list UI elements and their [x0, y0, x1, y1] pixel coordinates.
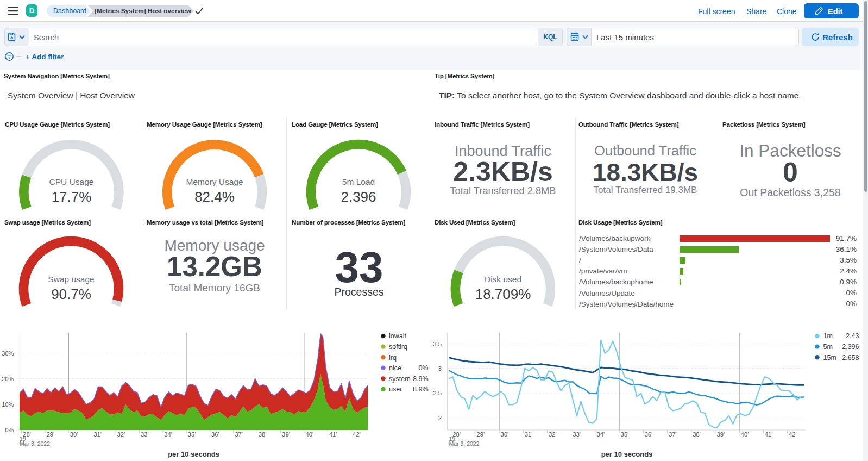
svg-text:nice: nice [389, 364, 401, 372]
svg-text:31': 31' [525, 431, 533, 438]
svg-text:5m: 5m [823, 343, 833, 351]
svg-text:40': 40' [305, 431, 313, 438]
svg-text:per 10 seconds: per 10 seconds [601, 450, 653, 458]
svg-text:36': 36' [645, 431, 653, 438]
svg-text:2.658: 2.658 [842, 354, 859, 362]
svg-text:0%: 0% [5, 427, 14, 433]
svg-text:39': 39' [282, 431, 290, 438]
svg-text:0%: 0% [418, 364, 428, 372]
svg-text:41': 41' [329, 431, 337, 438]
svg-text:Mar 3, 2022: Mar 3, 2022 [449, 440, 480, 447]
svg-text:28': 28' [23, 431, 31, 438]
svg-text:8.9%: 8.9% [413, 375, 429, 383]
svg-text:41': 41' [765, 431, 773, 438]
svg-text:32': 32' [117, 431, 125, 438]
svg-text:33': 33' [141, 431, 149, 438]
svg-text:33': 33' [573, 431, 581, 438]
svg-text:38': 38' [693, 431, 701, 438]
svg-text:2: 2 [438, 415, 442, 421]
svg-text:30': 30' [501, 431, 509, 438]
svg-text:34': 34' [596, 431, 605, 438]
svg-text:36': 36' [211, 431, 219, 438]
svg-text:28': 28' [452, 431, 461, 438]
svg-text:user: user [389, 385, 402, 393]
svg-text:iowait: iowait [389, 332, 406, 340]
svg-text:2.43: 2.43 [846, 332, 859, 340]
svg-text:19: 19 [449, 435, 456, 442]
svg-text:35': 35' [621, 431, 629, 438]
svg-text:10%: 10% [2, 401, 14, 408]
svg-text:20%: 20% [2, 376, 14, 382]
svg-text:40': 40' [741, 431, 749, 438]
svg-text:system: system [389, 375, 411, 383]
svg-text:35': 35' [188, 431, 196, 438]
svg-text:19: 19 [20, 435, 26, 442]
svg-text:1m: 1m [823, 332, 833, 340]
svg-text:29': 29' [47, 431, 55, 438]
svg-text:3.5: 3.5 [433, 341, 442, 347]
svg-text:8.9%: 8.9% [413, 385, 429, 393]
svg-text:39': 39' [716, 431, 725, 438]
svg-text:irq: irq [389, 354, 397, 362]
svg-text:29': 29' [476, 431, 485, 438]
svg-text:2.5: 2.5 [433, 390, 442, 396]
svg-text:37': 37' [669, 431, 677, 438]
svg-text:30': 30' [70, 431, 78, 438]
svg-text:per 10 seconds: per 10 seconds [168, 450, 219, 458]
svg-text:15m: 15m [823, 354, 836, 362]
svg-text:2.396: 2.396 [842, 343, 859, 351]
svg-text:38': 38' [259, 431, 267, 438]
svg-text:softirq: softirq [389, 343, 407, 351]
svg-text:42': 42' [353, 431, 361, 438]
svg-text:37': 37' [235, 431, 243, 438]
svg-text:32': 32' [549, 431, 557, 438]
svg-text:31': 31' [93, 431, 102, 438]
svg-text:3: 3 [438, 365, 442, 372]
svg-text:30%: 30% [2, 350, 14, 357]
svg-text:Mar 3, 2022: Mar 3, 2022 [20, 440, 50, 447]
svg-text:34': 34' [164, 431, 172, 438]
svg-text:42': 42' [789, 431, 797, 438]
